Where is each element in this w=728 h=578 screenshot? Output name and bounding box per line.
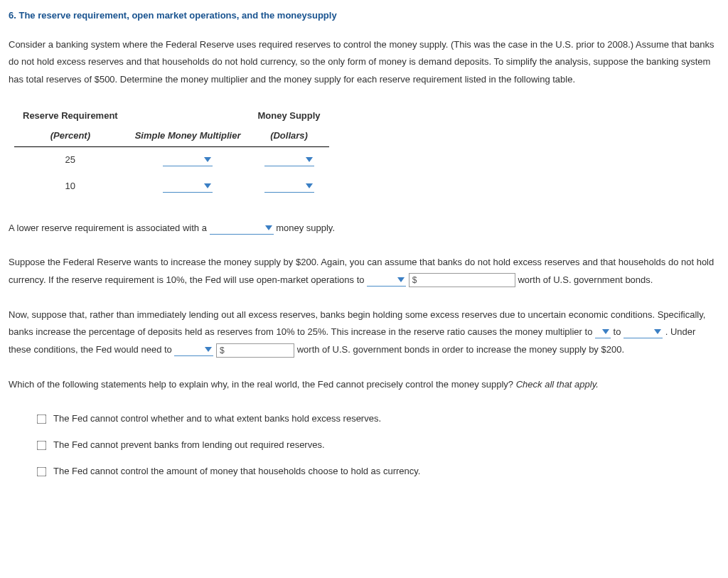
money-supply-dropdown[interactable] — [264, 154, 314, 166]
check-option-1[interactable] — [37, 414, 47, 424]
reserve-table: Reserve Requirement Simple Money Multipl… — [14, 106, 719, 200]
col1-header: Reserve Requirement — [14, 106, 127, 127]
sentence-reserve-ratio-change: Now, suppose that, rather than immediate… — [9, 306, 719, 359]
check-label: The Fed cannot control whether and to wh… — [53, 410, 381, 428]
chevron-down-icon — [654, 329, 661, 334]
checklist: The Fed cannot control whether and to wh… — [37, 410, 719, 480]
col3-header: Money Supply — [249, 106, 328, 127]
check-all-hint: Check all that apply. — [516, 379, 599, 390]
check-row: The Fed cannot control whether and to wh… — [37, 410, 719, 428]
chevron-down-icon — [306, 157, 313, 162]
bond-amount-input[interactable]: $ — [409, 273, 515, 287]
multiplier-value-dropdown[interactable] — [623, 326, 663, 338]
check-label: The Fed cannot prevent banks from lendin… — [53, 437, 325, 454]
open-market-op-dropdown[interactable] — [367, 274, 406, 287]
chevron-down-icon — [397, 277, 405, 282]
col1-sub: (Percent) — [14, 126, 127, 146]
text-segment: to — [614, 326, 621, 337]
question-title: 6. The reserve requirement, open market … — [9, 7, 719, 25]
reserve-percent: 25 — [14, 147, 127, 173]
chevron-down-icon — [265, 225, 272, 230]
money-supply-dropdown[interactable] — [264, 180, 314, 193]
chevron-down-icon — [204, 183, 211, 188]
table-row: 25 — [14, 147, 329, 173]
col3-sub: (Dollars) — [249, 126, 328, 146]
chevron-down-icon — [306, 183, 313, 188]
text-segment: worth of U.S. government bonds. — [518, 274, 653, 285]
check-row: The Fed cannot control the amount of mon… — [37, 463, 719, 481]
multiplier-dropdown[interactable] — [163, 180, 213, 193]
text-segment: Which of the following statements help t… — [9, 379, 513, 390]
check-option-3[interactable] — [37, 466, 47, 476]
check-row: The Fed cannot prevent banks from lendin… — [37, 437, 719, 454]
check-option-2[interactable] — [37, 441, 47, 451]
text-segment: A lower reserve requirement is associate… — [9, 223, 207, 233]
chevron-down-icon — [602, 329, 609, 334]
sentence-lower-reserve: A lower reserve requirement is associate… — [9, 220, 719, 237]
sentence-fed-increase: Suppose the Federal Reserve wants to inc… — [9, 254, 719, 289]
money-supply-direction-dropdown[interactable] — [210, 222, 274, 235]
check-label: The Fed cannot control the amount of mon… — [53, 463, 420, 481]
reserve-percent: 10 — [14, 173, 127, 200]
sentence-real-world: Which of the following statements help t… — [9, 376, 719, 394]
intro-paragraph: Consider a banking system where the Fede… — [9, 36, 719, 89]
multiplier-direction-dropdown[interactable] — [595, 326, 611, 338]
chevron-down-icon — [205, 347, 212, 352]
table-row: 10 — [14, 173, 329, 200]
chevron-down-icon — [204, 157, 211, 162]
bond-amount-input-2[interactable]: $ — [216, 343, 294, 358]
text-segment: money supply. — [276, 223, 335, 233]
col2-header: Simple Money Multiplier — [127, 106, 250, 147]
fed-action-dropdown[interactable] — [174, 343, 213, 356]
multiplier-dropdown[interactable] — [163, 154, 213, 166]
text-segment: worth of U.S. government bonds in order … — [297, 344, 624, 355]
